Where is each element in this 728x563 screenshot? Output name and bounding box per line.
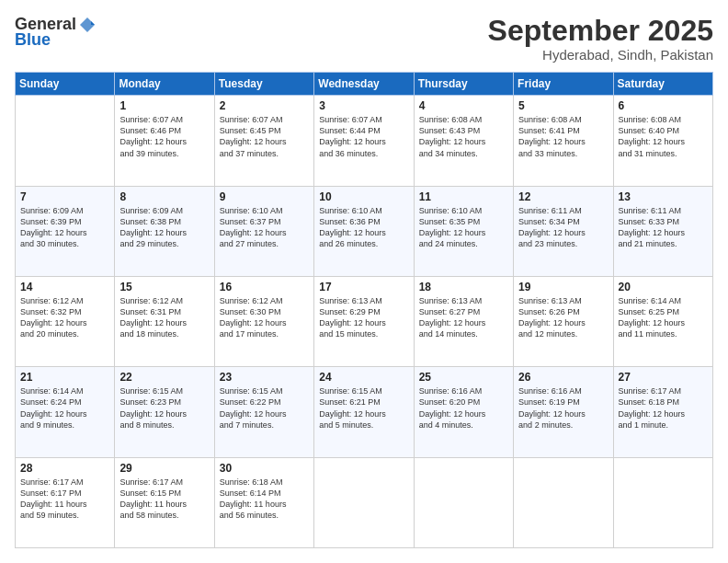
weekday-header-thursday: Thursday (414, 73, 513, 96)
day-info: Sunrise: 6:15 AMSunset: 6:21 PMDaylight:… (319, 385, 408, 431)
calendar-cell: 25Sunrise: 6:16 AMSunset: 6:20 PMDayligh… (414, 367, 513, 457)
day-number: 22 (119, 371, 209, 384)
day-info: Sunrise: 6:16 AMSunset: 6:20 PMDaylight:… (419, 385, 508, 431)
day-info: Sunrise: 6:11 AMSunset: 6:34 PMDaylight:… (518, 205, 608, 250)
calendar-cell: 28Sunrise: 6:17 AMSunset: 6:17 PMDayligh… (16, 457, 115, 547)
day-number: 1 (119, 99, 209, 112)
week-row-5: 28Sunrise: 6:17 AMSunset: 6:17 PMDayligh… (16, 457, 713, 547)
day-number: 19 (518, 281, 608, 293)
day-info: Sunrise: 6:16 AMSunset: 6:19 PMDaylight:… (518, 385, 608, 431)
day-info: Sunrise: 6:12 AMSunset: 6:31 PMDaylight:… (119, 295, 209, 340)
month-title: September 2025 (488, 15, 713, 47)
calendar-cell: 10Sunrise: 6:10 AMSunset: 6:36 PMDayligh… (314, 186, 414, 276)
day-number: 6 (619, 99, 708, 112)
calendar-cell: 6Sunrise: 6:08 AMSunset: 6:40 PMDaylight… (613, 96, 712, 186)
day-info: Sunrise: 6:14 AMSunset: 6:24 PMDaylight:… (20, 385, 109, 431)
day-info: Sunrise: 6:08 AMSunset: 6:41 PMDaylight:… (518, 114, 608, 159)
calendar-cell: 19Sunrise: 6:13 AMSunset: 6:26 PMDayligh… (514, 276, 613, 366)
day-info: Sunrise: 6:10 AMSunset: 6:36 PMDaylight:… (319, 205, 408, 250)
logo-icon (78, 16, 97, 34)
calendar-cell: 17Sunrise: 6:13 AMSunset: 6:29 PMDayligh… (314, 276, 414, 366)
calendar-cell: 1Sunrise: 6:07 AMSunset: 6:46 PMDaylight… (115, 96, 214, 186)
day-number: 17 (319, 281, 408, 293)
calendar-cell: 27Sunrise: 6:17 AMSunset: 6:18 PMDayligh… (613, 367, 712, 457)
day-number: 10 (319, 190, 408, 203)
day-info: Sunrise: 6:17 AMSunset: 6:15 PMDaylight:… (119, 477, 209, 522)
day-number: 8 (119, 190, 209, 203)
day-info: Sunrise: 6:12 AMSunset: 6:30 PMDaylight:… (220, 295, 309, 340)
week-row-3: 14Sunrise: 6:12 AMSunset: 6:32 PMDayligh… (16, 276, 713, 366)
day-number: 7 (20, 190, 109, 203)
day-number: 12 (518, 190, 608, 203)
day-info: Sunrise: 6:13 AMSunset: 6:29 PMDaylight:… (319, 295, 408, 340)
week-row-1: 1Sunrise: 6:07 AMSunset: 6:46 PMDaylight… (16, 96, 713, 186)
calendar-cell: 22Sunrise: 6:15 AMSunset: 6:23 PMDayligh… (115, 367, 214, 457)
weekday-header-row: SundayMondayTuesdayWednesdayThursdayFrid… (16, 73, 713, 96)
day-number: 13 (619, 190, 708, 203)
day-number: 18 (419, 281, 508, 293)
day-number: 3 (319, 99, 408, 112)
day-number: 25 (419, 371, 508, 384)
calendar-cell: 4Sunrise: 6:08 AMSunset: 6:43 PMDaylight… (414, 96, 513, 186)
day-number: 14 (20, 281, 109, 293)
day-info: Sunrise: 6:17 AMSunset: 6:18 PMDaylight:… (619, 385, 708, 431)
day-info: Sunrise: 6:07 AMSunset: 6:46 PMDaylight:… (119, 114, 209, 159)
weekday-header-wednesday: Wednesday (314, 73, 414, 96)
day-number: 26 (518, 371, 608, 384)
calendar-cell: 29Sunrise: 6:17 AMSunset: 6:15 PMDayligh… (115, 457, 214, 547)
calendar-cell (16, 96, 115, 186)
calendar-cell: 16Sunrise: 6:12 AMSunset: 6:30 PMDayligh… (214, 276, 313, 366)
calendar-cell (514, 457, 613, 547)
day-info: Sunrise: 6:13 AMSunset: 6:26 PMDaylight:… (518, 295, 608, 340)
day-info: Sunrise: 6:15 AMSunset: 6:22 PMDaylight:… (220, 385, 309, 431)
day-info: Sunrise: 6:15 AMSunset: 6:23 PMDaylight:… (119, 385, 209, 431)
day-info: Sunrise: 6:12 AMSunset: 6:32 PMDaylight:… (20, 295, 109, 340)
weekday-header-monday: Monday (115, 73, 214, 96)
day-number: 21 (20, 371, 109, 384)
calendar-cell: 14Sunrise: 6:12 AMSunset: 6:32 PMDayligh… (16, 276, 115, 366)
calendar-cell: 21Sunrise: 6:14 AMSunset: 6:24 PMDayligh… (16, 367, 115, 457)
day-info: Sunrise: 6:07 AMSunset: 6:44 PMDaylight:… (319, 114, 408, 159)
calendar-cell: 3Sunrise: 6:07 AMSunset: 6:44 PMDaylight… (314, 96, 414, 186)
day-number: 27 (619, 371, 708, 384)
day-number: 28 (20, 462, 109, 475)
day-number: 11 (419, 190, 508, 203)
day-number: 23 (220, 371, 309, 384)
day-number: 2 (220, 99, 309, 112)
calendar-cell: 9Sunrise: 6:10 AMSunset: 6:37 PMDaylight… (214, 186, 313, 276)
calendar-cell: 2Sunrise: 6:07 AMSunset: 6:45 PMDaylight… (214, 96, 313, 186)
day-info: Sunrise: 6:17 AMSunset: 6:17 PMDaylight:… (20, 477, 109, 522)
calendar-cell: 18Sunrise: 6:13 AMSunset: 6:27 PMDayligh… (414, 276, 513, 366)
calendar-cell: 30Sunrise: 6:18 AMSunset: 6:14 PMDayligh… (214, 457, 313, 547)
header: General Blue September 2025 Hyderabad, S… (15, 15, 713, 63)
day-number: 9 (220, 190, 309, 203)
day-number: 24 (319, 371, 408, 384)
day-info: Sunrise: 6:13 AMSunset: 6:27 PMDaylight:… (419, 295, 508, 340)
weekday-header-tuesday: Tuesday (214, 73, 313, 96)
calendar-cell (414, 457, 513, 547)
day-number: 16 (220, 281, 309, 293)
day-info: Sunrise: 6:09 AMSunset: 6:38 PMDaylight:… (119, 205, 209, 250)
location-subtitle: Hyderabad, Sindh, Pakistan (488, 47, 713, 63)
day-info: Sunrise: 6:09 AMSunset: 6:39 PMDaylight:… (20, 205, 109, 250)
calendar-cell: 26Sunrise: 6:16 AMSunset: 6:19 PMDayligh… (514, 367, 613, 457)
calendar-cell: 8Sunrise: 6:09 AMSunset: 6:38 PMDaylight… (115, 186, 214, 276)
calendar-cell: 15Sunrise: 6:12 AMSunset: 6:31 PMDayligh… (115, 276, 214, 366)
day-number: 5 (518, 99, 608, 112)
day-info: Sunrise: 6:11 AMSunset: 6:33 PMDaylight:… (619, 205, 708, 250)
day-info: Sunrise: 6:08 AMSunset: 6:40 PMDaylight:… (619, 114, 708, 159)
week-row-2: 7Sunrise: 6:09 AMSunset: 6:39 PMDaylight… (16, 186, 713, 276)
logo: General Blue (15, 15, 97, 50)
weekday-header-friday: Friday (514, 73, 613, 96)
logo-blue: Blue (15, 30, 51, 50)
calendar-table: SundayMondayTuesdayWednesdayThursdayFrid… (15, 72, 713, 548)
day-number: 4 (419, 99, 508, 112)
page: General Blue September 2025 Hyderabad, S… (0, 0, 728, 563)
day-info: Sunrise: 6:08 AMSunset: 6:43 PMDaylight:… (419, 114, 508, 159)
day-info: Sunrise: 6:14 AMSunset: 6:25 PMDaylight:… (619, 295, 708, 340)
day-number: 30 (220, 462, 309, 475)
calendar-cell: 5Sunrise: 6:08 AMSunset: 6:41 PMDaylight… (514, 96, 613, 186)
day-number: 20 (619, 281, 708, 293)
day-number: 29 (119, 462, 209, 475)
weekday-header-saturday: Saturday (613, 73, 712, 96)
